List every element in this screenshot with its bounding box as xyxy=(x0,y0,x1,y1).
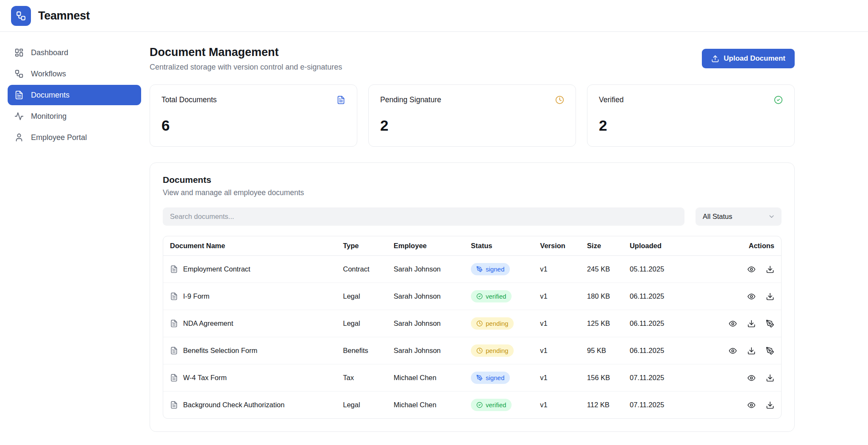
file-text-icon xyxy=(337,95,345,104)
sidebar-item-workflows[interactable]: Workflows xyxy=(8,64,141,84)
view-button[interactable] xyxy=(747,401,756,409)
document-uploaded: 06.11.2025 xyxy=(623,283,689,310)
status-badge: signed xyxy=(471,372,510,384)
file-text-icon xyxy=(14,90,24,100)
download-button[interactable] xyxy=(766,374,774,382)
check-circle-icon xyxy=(476,293,483,299)
upload-button-label: Upload Document xyxy=(724,54,785,63)
file-text-icon xyxy=(170,292,178,300)
stat-label: Pending Signature xyxy=(380,95,441,104)
status-label: pending xyxy=(486,347,508,354)
file-text-icon xyxy=(170,401,178,409)
sidebar-item-monitoring[interactable]: Monitoring xyxy=(8,106,141,126)
panel-title: Documents xyxy=(163,175,782,185)
stat-label: Total Documents xyxy=(161,95,217,104)
download-button[interactable] xyxy=(766,265,774,274)
status-badge: verified xyxy=(471,290,512,302)
sidebar-item-documents[interactable]: Documents xyxy=(8,85,141,105)
download-button[interactable] xyxy=(747,347,756,355)
document-name: Background Check Authorization xyxy=(183,401,284,409)
document-version: v1 xyxy=(533,337,580,364)
download-button[interactable] xyxy=(766,401,774,409)
stat-value: 6 xyxy=(161,117,345,134)
eye-icon xyxy=(729,347,737,355)
document-size: 125 KB xyxy=(580,310,623,337)
view-button[interactable] xyxy=(747,292,756,301)
document-uploaded: 06.11.2025 xyxy=(623,310,689,337)
sign-button[interactable] xyxy=(766,319,774,328)
eye-icon xyxy=(729,319,737,328)
table-row: Employment ContractContractSarah Johnson… xyxy=(163,256,781,283)
download-button[interactable] xyxy=(747,319,756,328)
sign-button[interactable] xyxy=(766,347,774,355)
file-text-icon xyxy=(170,319,178,327)
download-button[interactable] xyxy=(766,292,774,301)
view-button[interactable] xyxy=(729,319,737,328)
sidebar-item-employee-portal[interactable]: Employee Portal xyxy=(8,127,141,148)
dashboard-icon xyxy=(14,48,24,57)
clock-icon xyxy=(476,320,483,327)
document-version: v1 xyxy=(533,283,580,310)
document-type: Tax xyxy=(336,364,387,392)
panel-subtitle: View and manage all employee documents xyxy=(163,188,782,197)
status-filter-select[interactable]: All Status xyxy=(696,207,782,226)
document-size: 112 KB xyxy=(580,392,623,419)
document-version: v1 xyxy=(533,392,580,419)
file-text-icon xyxy=(170,374,178,382)
table-controls: All Status xyxy=(163,207,782,226)
column-header-size: Size xyxy=(580,236,623,256)
document-name: Benefits Selection Form xyxy=(183,347,257,355)
pen-tool-icon xyxy=(766,347,774,355)
user-icon xyxy=(14,133,24,142)
table-row: I-9 FormLegalSarah Johnsonverifiedv1180 … xyxy=(163,283,781,310)
search-input[interactable] xyxy=(163,207,684,226)
document-size: 156 KB xyxy=(580,364,623,392)
column-header-status: Status xyxy=(464,236,533,256)
stat-card-verified: Verified 2 xyxy=(587,84,795,147)
status-filter-value: All Status xyxy=(703,213,732,221)
column-header-type: Type xyxy=(336,236,387,256)
pen-tool-icon xyxy=(476,266,483,272)
document-uploaded: 05.11.2025 xyxy=(623,256,689,283)
view-button[interactable] xyxy=(729,347,737,355)
clock-icon xyxy=(555,95,564,104)
upload-document-button[interactable]: Upload Document xyxy=(702,49,795,68)
download-icon xyxy=(747,319,756,328)
column-header-document-name: Document Name xyxy=(163,236,336,256)
pen-tool-icon xyxy=(476,375,483,381)
app-title: Teamnest xyxy=(38,9,90,22)
page-subtitle: Centralized storage with version control… xyxy=(150,63,342,72)
view-button[interactable] xyxy=(747,265,756,274)
document-employee: Michael Chen xyxy=(387,392,464,419)
document-type: Contract xyxy=(336,256,387,283)
teamnest-logo xyxy=(11,6,31,26)
document-type: Benefits xyxy=(336,337,387,364)
document-name: Employment Contract xyxy=(183,265,250,273)
sidebar-item-label: Workflows xyxy=(31,70,66,78)
document-version: v1 xyxy=(533,310,580,337)
column-header-actions: Actions xyxy=(688,236,781,256)
download-icon xyxy=(766,265,774,274)
stat-cards: Total Documents 6 Pending Signature 2 Ve… xyxy=(150,84,795,147)
document-employee: Sarah Johnson xyxy=(387,256,464,283)
main-content: Document Management Centralized storage … xyxy=(150,32,868,432)
sidebar-item-label: Employee Portal xyxy=(31,133,87,142)
table-row: NDA AgreementLegalSarah Johnsonpendingv1… xyxy=(163,310,781,337)
status-badge: pending xyxy=(471,317,514,330)
documents-table: Document Name Type Employee Status Versi… xyxy=(163,236,782,419)
status-label: pending xyxy=(486,320,508,327)
document-size: 180 KB xyxy=(580,283,623,310)
eye-icon xyxy=(747,265,756,274)
file-text-icon xyxy=(170,347,178,355)
clock-icon xyxy=(476,347,483,354)
check-circle-icon xyxy=(476,402,483,408)
sidebar-item-dashboard[interactable]: Dashboard xyxy=(8,42,141,63)
table-row: W-4 Tax FormTaxMichael Chensignedv1156 K… xyxy=(163,364,781,392)
document-size: 95 KB xyxy=(580,337,623,364)
workflow-icon xyxy=(14,69,24,78)
eye-icon xyxy=(747,374,756,382)
view-button[interactable] xyxy=(747,374,756,382)
download-icon xyxy=(747,347,756,355)
document-name: I-9 Form xyxy=(183,292,209,300)
table-header-row: Document Name Type Employee Status Versi… xyxy=(163,236,781,256)
